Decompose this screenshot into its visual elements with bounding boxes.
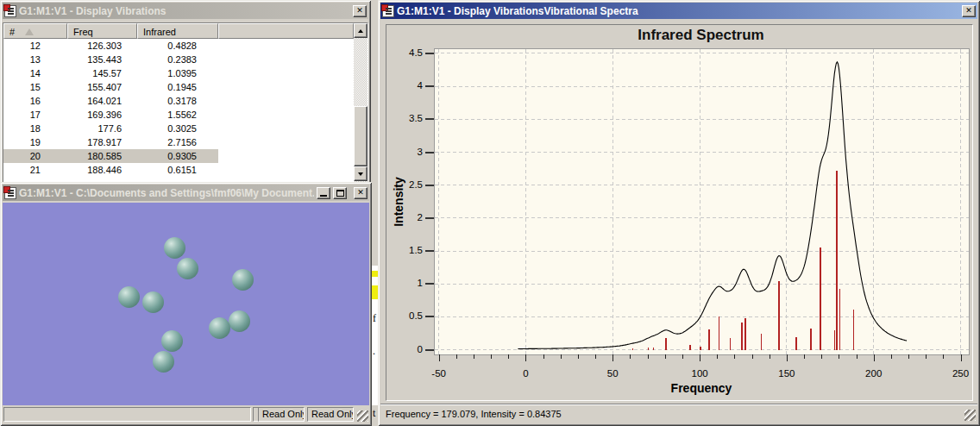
atom-sphere[interactable] [229,310,250,332]
x-axis-label: Frequency [572,381,831,395]
x-tick-label: 100 [681,368,719,379]
table-cell: 126.303 [67,39,137,53]
x-tick-label: 200 [855,368,893,379]
highlight-fragment [372,285,378,299]
minimize-icon [320,195,327,197]
y-tick-label: 1.5 [392,245,423,255]
stick-spectrum-lines [632,171,853,349]
gridlines [435,49,969,354]
table-row[interactable]: 17169.3961.5562 [3,108,354,122]
x-tick-mark [752,354,753,359]
table-cell [218,66,354,80]
resize-grip[interactable] [357,410,368,422]
fragment-text: t [373,407,375,420]
table-cell: 1.5562 [137,108,218,122]
titlebar[interactable]: G1:M1:V1 - Display VibrationsVibrational… [380,3,977,19]
atom-sphere[interactable] [209,317,230,339]
table-cell [218,108,354,122]
table-row[interactable]: 13135.4430.2383 [3,53,354,66]
chart-title: Infrared Spectrum [434,27,968,44]
x-tick-mark [961,354,962,361]
atom-sphere[interactable] [142,291,164,313]
atom-sphere[interactable] [161,330,183,352]
x-tick-mark [943,354,944,359]
close-button[interactable]: ✕ [962,5,976,17]
close-icon: ✕ [965,7,972,15]
table-cell [218,39,354,53]
table-cell: 19 [3,135,67,149]
column-header-infrared[interactable]: Infrared [137,23,218,39]
titlebar[interactable]: G1:M1:V1 - C:\Documents and Settings\fmf… [3,185,369,201]
app-icon[interactable] [4,187,16,199]
y-tick-label: 3 [392,147,423,157]
y-tick-mark [425,152,434,153]
table-row[interactable]: 12126.3030.4828 [3,39,354,53]
atom-sphere[interactable] [118,286,140,308]
table-row[interactable]: 21188.4460.6151 [3,163,354,177]
table-cell: 178.917 [67,135,137,149]
column-header-freq[interactable]: Freq [67,23,137,39]
column-header-number[interactable]: # [3,23,67,39]
scroll-up-button[interactable] [354,23,368,38]
table-row[interactable]: 20180.5850.9305 [3,149,354,163]
status-bar: Read Only Read Only [3,405,369,423]
table-row[interactable]: 14145.571.0395 [3,66,354,80]
table-row[interactable]: 18177.60.3025 [3,122,354,135]
table-cell: 18 [3,122,67,135]
table-row[interactable]: 16164.0210.3178 [3,94,354,108]
window-molecule-view: G1:M1:V1 - C:\Documents and Settings\fmf… [0,182,372,426]
status-bar: Frequency = 179.079, Intensity = 0.84375 [380,404,977,423]
molecule-viewport[interactable] [3,203,369,405]
table-cell: 13 [3,53,67,66]
x-tick-mark [700,354,700,361]
minimize-button[interactable] [317,187,330,199]
table-cell: 1.0395 [137,66,218,80]
table-cell: 169.396 [67,108,137,122]
x-tick-mark [439,354,440,361]
x-tick-mark [734,354,735,359]
y-tick-label: 0.5 [392,310,423,321]
table-cell: 16 [3,94,67,108]
atom-sphere[interactable] [164,237,185,259]
app-icon[interactable] [4,5,16,17]
atom-sphere[interactable] [177,258,198,279]
scroll-down-button[interactable] [354,166,368,181]
status-message-panel [3,407,251,422]
app-icon[interactable] [382,5,394,17]
maximize-button[interactable] [333,187,347,199]
spectrum-plot [435,49,969,354]
close-button[interactable]: ✕ [353,5,367,17]
window-title: G1:M1:V1 - Display VibrationsVibrational… [397,5,959,17]
scrollbar-thumb[interactable] [354,106,368,166]
resize-grip[interactable] [964,410,976,421]
table-row[interactable]: 15155.4070.1945 [3,80,354,94]
close-icon: ✕ [357,189,364,197]
y-tick-mark [425,53,434,54]
y-tick-label: 4 [392,80,423,91]
y-tick-label: 0 [392,344,423,354]
y-tick-label: 2 [392,212,423,222]
vertical-scrollbar[interactable] [354,23,368,182]
plot-area[interactable] [435,49,969,354]
table-cell: 0.9305 [137,149,218,163]
table-cell [218,80,354,94]
arrow-down-icon [358,172,363,176]
y-tick-label: 3.5 [392,113,423,123]
x-tick-mark [908,354,909,359]
table-cell [218,149,354,163]
table-cell: 20 [3,149,67,163]
close-button[interactable]: ✕ [354,187,368,199]
y-tick-mark [425,185,434,186]
x-tick-mark [717,354,718,359]
table-row[interactable]: 19178.9172.7156 [3,135,354,149]
read-only-badge: Read Only [258,407,305,422]
envelope-curve [518,62,907,349]
table-body: 12126.3030.482813135.4430.238314145.571.… [3,39,354,177]
table-header: # Freq Infrared [3,23,354,39]
atom-sphere[interactable] [232,269,254,291]
titlebar[interactable]: G1:M1:V1 - Display Vibrations ✕ [3,3,368,19]
column-header-empty[interactable] [218,23,354,39]
y-tick-mark [425,283,434,285]
atom-sphere[interactable] [153,351,174,373]
x-tick-label: 50 [594,368,631,379]
